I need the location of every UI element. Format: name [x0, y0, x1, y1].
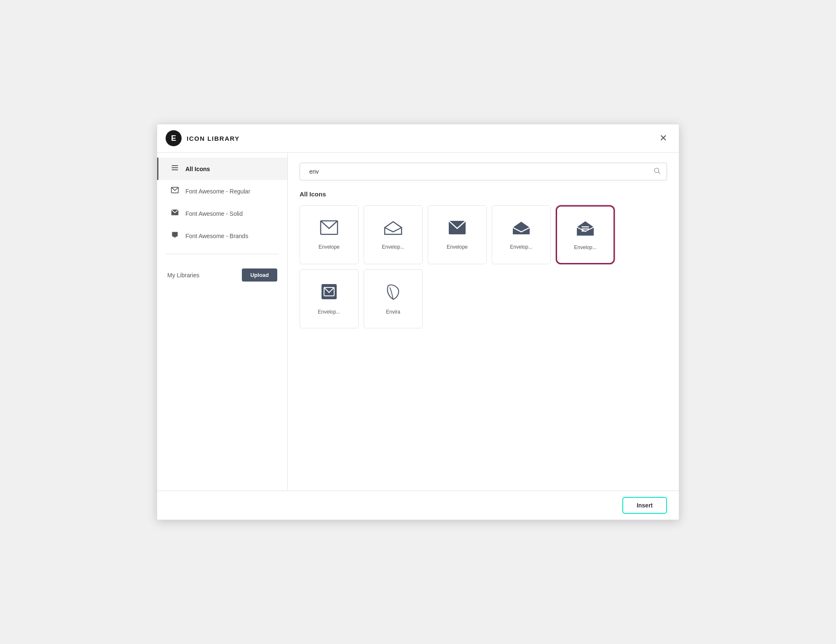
sidebar-item-fa-regular[interactable]: Font Awesome - Regular [157, 180, 287, 202]
icon-label: Envelope [316, 244, 342, 250]
envelope-square-icon [321, 283, 338, 304]
icon-item-envelope-1[interactable]: Envelope [300, 205, 359, 264]
svg-line-6 [658, 172, 660, 174]
sidebar-item-label: Font Awesome - Brands [185, 233, 248, 239]
fa-brands-icon [170, 231, 180, 241]
icon-item-envira[interactable]: Envira [364, 269, 423, 328]
modal-header: E ICON LIBRARY ✕ [157, 124, 679, 153]
envira-leaf-icon [386, 283, 401, 304]
svg-rect-9 [581, 226, 589, 228]
sidebar: All Icons Font Awesome - Regular [157, 153, 288, 491]
modal-body: All Icons Font Awesome - Regular [157, 153, 679, 491]
section-title: All Icons [300, 191, 667, 198]
elementor-logo: E [166, 130, 182, 146]
fa-regular-icon [170, 186, 180, 196]
sidebar-divider [166, 254, 279, 254]
envelope-solid-icon [448, 220, 466, 239]
svg-rect-11 [581, 231, 587, 232]
insert-button[interactable]: Insert [622, 497, 667, 514]
header-left: E ICON LIBRARY [166, 130, 240, 146]
icon-label: Envira [383, 309, 403, 315]
svg-point-5 [654, 168, 659, 173]
envelope-open-text-icon [576, 220, 595, 239]
icon-library-modal: E ICON LIBRARY ✕ All Icons [157, 124, 679, 520]
sidebar-item-label: Font Awesome - Solid [185, 210, 243, 217]
close-button[interactable]: ✕ [656, 131, 670, 145]
icon-label: Envelop... [315, 309, 343, 315]
sidebar-item-label: Font Awesome - Regular [185, 188, 250, 195]
svg-marker-4 [172, 236, 177, 237]
icon-item-envelope-3[interactable]: Envelope [428, 205, 487, 264]
search-input[interactable] [306, 163, 653, 180]
icon-label: Envelop... [571, 244, 599, 250]
list-icon [170, 164, 180, 174]
icon-label: Envelop... [507, 244, 535, 250]
upload-button[interactable]: Upload [242, 268, 277, 282]
icon-item-envelope-6[interactable]: Envelop... [300, 269, 359, 328]
sidebar-item-fa-brands[interactable]: Font Awesome - Brands [157, 225, 287, 247]
icon-label: Envelop... [379, 244, 407, 250]
modal-footer: Insert [157, 491, 679, 520]
icon-item-envelope-4[interactable]: Envelop... [492, 205, 551, 264]
search-icon [653, 167, 661, 176]
main-content: All Icons Envelope [288, 153, 679, 491]
envelope-open-icon [384, 220, 402, 239]
my-libraries-label: My Libraries [167, 272, 199, 279]
svg-rect-10 [581, 228, 589, 230]
icons-grid: Envelope Envelop... [300, 205, 667, 328]
search-bar [300, 163, 667, 180]
sidebar-item-fa-solid[interactable]: Font Awesome - Solid [157, 202, 287, 225]
envelope-open-solid-icon [512, 220, 531, 239]
icon-item-envelope-5[interactable]: Envelop... [556, 205, 615, 264]
envelope-regular-icon [320, 220, 338, 239]
fa-solid-icon [170, 208, 180, 219]
modal-title: ICON LIBRARY [187, 135, 240, 142]
sidebar-item-all-icons[interactable]: All Icons [157, 158, 287, 180]
sidebar-item-label: All Icons [185, 166, 210, 172]
my-libraries-section: My Libraries Upload [157, 263, 287, 287]
icon-label: Envelope [444, 244, 470, 250]
icon-item-envelope-2[interactable]: Envelop... [364, 205, 423, 264]
